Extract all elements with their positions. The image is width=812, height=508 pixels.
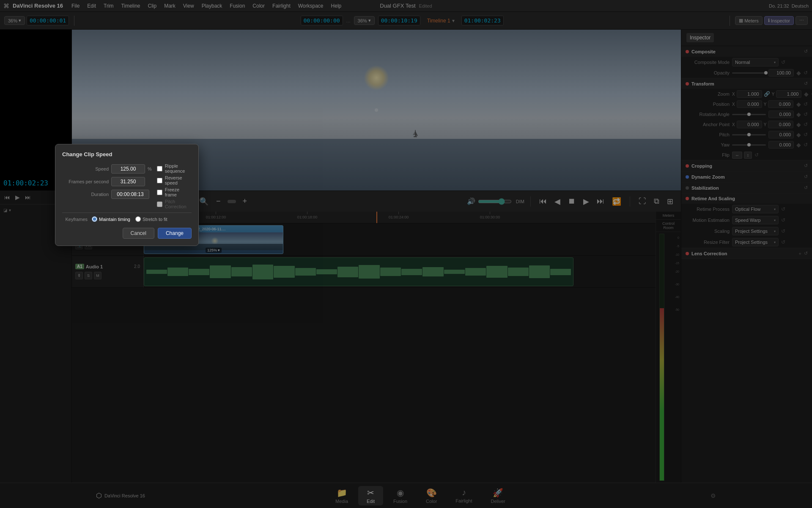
flip-vertical-btn[interactable]: ↕ (744, 152, 752, 159)
menu-edit[interactable]: Edit (84, 2, 99, 10)
motion-estimation-dropdown[interactable]: Speed Warp ▾ (732, 216, 779, 224)
nav-fairlight[interactable]: ♪ Fairlight (447, 486, 480, 505)
change-clip-speed-dialog[interactable]: Change Clip Speed Speed % Frames per sec… (55, 144, 199, 246)
anchor-y-value[interactable]: 0.000 (768, 121, 793, 128)
nav-edit[interactable]: ✂ Edit (358, 486, 383, 505)
audio-mute-btn[interactable]: M (94, 272, 102, 279)
anchor-x-value[interactable]: 0.000 (737, 121, 762, 128)
pos-reset-icon[interactable]: ↺ (804, 101, 808, 107)
resize-filter-dropdown[interactable]: Project Settings ▾ (732, 238, 779, 246)
menu-playback[interactable]: Playback (198, 2, 226, 10)
dynamic-zoom-reset-icon[interactable]: ↺ (804, 174, 808, 179)
menu-trim[interactable]: Trim (100, 2, 117, 10)
section-retime-header[interactable]: Retime And Scaling (681, 193, 812, 204)
composite-mode-dropdown[interactable]: Normal ▾ (732, 58, 779, 66)
zoom-right-btn[interactable]: 36% ▾ (354, 16, 375, 25)
ripple-checkbox[interactable] (157, 166, 162, 171)
anchor-keyframe-icon[interactable]: ◆ (796, 121, 801, 128)
change-button[interactable]: Change (158, 228, 192, 239)
yaw-value[interactable]: 0.000 (768, 141, 794, 149)
retime-process-dropdown[interactable]: Optical Flow ▾ (732, 205, 779, 213)
menu-workspace[interactable]: Workspace (295, 2, 327, 10)
menu-view[interactable]: View (180, 2, 198, 10)
duration-input[interactable] (111, 190, 149, 199)
audio-solo-btn[interactable]: S (85, 272, 92, 279)
speed-input[interactable] (111, 164, 145, 174)
yaw-slider[interactable] (732, 144, 766, 146)
pitch-value[interactable]: 0.000 (768, 131, 794, 138)
pos-x-value[interactable]: 0.000 (737, 100, 762, 108)
audio-mic-icon-btn[interactable]: 🎙 (75, 272, 83, 279)
inspector-btn[interactable]: ℹ Inspector (764, 16, 794, 25)
pip-btn[interactable]: ⧉ (651, 196, 662, 207)
lens-expand-icon[interactable]: + (799, 251, 801, 256)
timecode-right[interactable]: 00:00:10:19 (378, 16, 420, 25)
src-play-btn[interactable]: ▶ (14, 193, 22, 202)
nav-media[interactable]: 📁 Media (327, 486, 357, 505)
opacity-keyframe-icon[interactable]: ◆ (796, 69, 801, 76)
section-composite-header[interactable]: Composite ↺ (681, 46, 812, 57)
yaw-reset-icon[interactable]: ↺ (804, 142, 808, 148)
zoom-y-value[interactable]: 1.000 (776, 90, 801, 98)
zoom-link-icon[interactable]: 🔗 (764, 91, 770, 97)
scaling-dropdown[interactable]: Project Settings ▾ (732, 227, 779, 235)
pitch-slider[interactable] (732, 134, 766, 135)
menu-clip[interactable]: Clip (144, 2, 160, 10)
opacity-value[interactable]: 100.00 (768, 69, 794, 77)
menu-mark[interactable]: Mark (161, 2, 179, 10)
resize-filter-reset-icon[interactable]: ↺ (781, 239, 785, 245)
yaw-keyframe-icon[interactable]: ◆ (796, 141, 801, 148)
menu-fairlight[interactable]: Fairlight (269, 2, 294, 10)
menu-help[interactable]: Help (328, 2, 345, 10)
transport-minus-btn[interactable]: − (214, 196, 223, 207)
anchor-reset-icon[interactable]: ↺ (804, 121, 808, 127)
zoom-slider[interactable] (228, 200, 236, 203)
rotation-value[interactable]: 0.000 (768, 110, 794, 118)
menu-file[interactable]: File (68, 2, 83, 10)
stop-btn[interactable]: ⏹ (565, 196, 578, 207)
prev-frame-btn[interactable]: ◀ (552, 196, 563, 207)
settings-icon[interactable]: ⚙ (710, 492, 716, 499)
nav-fusion[interactable]: ◉ Fusion (385, 486, 416, 505)
stabilization-reset-icon[interactable]: ↺ (804, 185, 808, 190)
stretch-to-fit-radio[interactable] (135, 216, 141, 222)
volume-slider[interactable] (478, 198, 512, 205)
cropping-reset-icon[interactable]: ↺ (804, 163, 808, 168)
skip-to-start-btn[interactable]: ⏮ (537, 196, 549, 207)
flip-reset-icon[interactable]: ↺ (754, 152, 759, 158)
zoom-x-value[interactable]: 1.000 (737, 90, 762, 98)
opacity-reset-icon[interactable]: ↺ (804, 70, 808, 76)
rotation-keyframe-icon[interactable]: ◆ (796, 111, 801, 118)
pitch-checkbox[interactable] (157, 202, 162, 207)
lens-reset-icon[interactable]: ↺ (804, 251, 808, 256)
opacity-slider[interactable] (732, 72, 766, 74)
rotation-reset-icon[interactable]: ↺ (804, 111, 808, 117)
skip-to-end-btn[interactable]: ⏭ (594, 196, 607, 207)
src-skip-fwd-btn[interactable]: ⏭ (23, 193, 33, 202)
fps-input[interactable] (111, 177, 145, 186)
scaling-reset-icon[interactable]: ↺ (781, 228, 785, 234)
menu-fusion[interactable]: Fusion (226, 2, 248, 10)
freeze-checkbox[interactable] (157, 190, 162, 195)
section-transform-header[interactable]: Transform ↺ (681, 78, 812, 89)
meters-btn[interactable]: ▦ Meters (735, 16, 763, 25)
reverse-checkbox[interactable] (157, 178, 162, 183)
retime-process-reset-icon[interactable]: ↺ (781, 206, 785, 212)
play-pause-btn[interactable]: ▶ (581, 196, 592, 207)
composite-mode-reset-icon[interactable]: ↺ (781, 59, 785, 65)
src-skip-back-btn[interactable]: ⏮ (3, 193, 12, 202)
transform-reset-icon[interactable]: ↺ (804, 81, 808, 86)
pos-keyframe-icon[interactable]: ◆ (796, 101, 801, 108)
tab-inspector[interactable]: Inspector (686, 33, 714, 42)
section-cropping-header[interactable]: Cropping ↺ (681, 160, 812, 171)
pitch-reset-icon[interactable]: ↺ (804, 132, 808, 138)
nav-deliver[interactable]: 🚀 Deliver (482, 486, 513, 505)
timecode-center[interactable]: 00:00:00:00 (301, 16, 343, 25)
pitch-keyframe-icon[interactable]: ◆ (796, 131, 801, 138)
zoom-keyframe-icon[interactable]: ◆ (804, 91, 809, 97)
nav-color[interactable]: 🎨 Color (417, 486, 445, 505)
more-options-btn[interactable]: ⋯ (796, 16, 808, 25)
cancel-button[interactable]: Cancel (123, 228, 154, 239)
pos-y-value[interactable]: 0.000 (768, 100, 793, 108)
section-stabilization-header[interactable]: Stabilization ↺ (681, 182, 812, 193)
